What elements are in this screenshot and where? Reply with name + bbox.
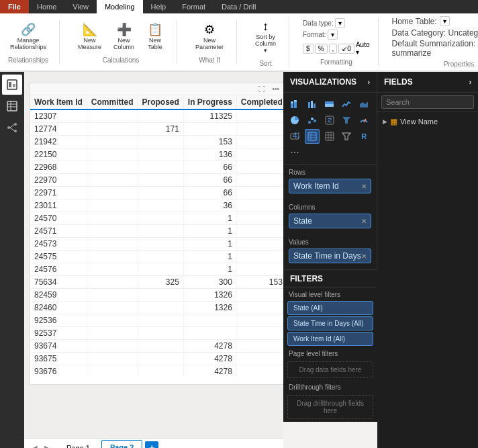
filter-state-time[interactable]: State Time in Days (All) [287,316,373,330]
values-field-badge[interactable]: State Time in Days ✕ [289,249,371,263]
viz-icon-more[interactable]: ··· [287,145,302,160]
data-view-icon[interactable] [2,96,22,116]
table-cell [138,109,183,123]
viz-icon-gauge[interactable] [356,113,371,128]
viz-icon-clustered-bar[interactable] [305,97,320,111]
viz-icon-stacked-col[interactable] [322,97,337,111]
new-parameter-button[interactable]: ⚙ NewParameter [191,20,228,54]
table-row[interactable]: 22150136 [30,148,283,161]
table-row[interactable]: 92537117370 [30,327,283,340]
fields-panel-expand-icon[interactable]: › [469,79,471,86]
rows-field-remove[interactable]: ✕ [361,183,367,190]
tab-home[interactable]: Home [29,0,64,13]
col-header-work-item-id[interactable]: Work Item Id [30,95,87,109]
table-row[interactable]: 936764278802011 [30,365,283,378]
report-view-icon[interactable] [2,75,22,95]
viz-icon-table[interactable] [305,129,320,144]
table-row[interactable]: 75634325300153881128 [30,276,283,289]
format-dropdown[interactable]: ▾ [328,30,338,40]
page-tab-2[interactable]: Page 2 [101,440,142,448]
fields-item-view-name[interactable]: ▶ ▦ View Name [377,115,478,128]
viz-icon-area[interactable] [356,97,371,111]
table-row[interactable]: 936754278802011 [30,353,283,365]
viz-icon-scatter[interactable] [305,113,320,128]
tab-format[interactable]: Format [174,0,213,13]
svg-rect-12 [291,103,293,108]
add-page-button[interactable]: + [145,441,158,449]
fields-search-input[interactable] [381,95,474,109]
columns-field-remove[interactable]: ✕ [361,218,367,225]
model-view-icon[interactable] [2,118,22,138]
more-options-icon[interactable]: ••• [270,85,281,93]
table-row[interactable]: 1230711325877150 [30,109,283,123]
table-row[interactable]: 245711 [30,225,283,238]
col-header-in-progress[interactable]: In Progress [183,95,236,109]
table-visual[interactable]: ⛶ ••• Work Item Id Committed Proposed In… [30,83,283,385]
new-measure-button[interactable]: 📐 NewMeasure [73,20,106,54]
svg-rect-20 [325,104,334,107]
svg-rect-13 [291,101,293,103]
table-cell: 1326 [183,302,236,314]
expand-icon[interactable]: ⛶ [256,85,267,93]
table-cell [138,327,183,340]
manage-relationships-button[interactable]: 🔗 ManageRelationships [5,20,51,54]
viz-icon-line[interactable] [339,97,354,111]
col-header-proposed[interactable]: Proposed [138,95,183,109]
fields-panel-header: FIELDS › [377,72,478,93]
filter-state[interactable]: State (All) [287,301,373,315]
viz-icon-stacked-bar[interactable] [287,97,302,111]
viz-icon-funnel[interactable] [339,113,354,128]
rows-field-badge[interactable]: Work Item Id ✕ [289,179,371,193]
table-row[interactable]: 824601326877150 [30,302,283,314]
table-cell [138,174,183,187]
viz-icon-map[interactable] [322,113,337,128]
viz-icon-pie[interactable] [287,113,302,128]
viz-icon-filter[interactable] [339,129,354,144]
sort-by-column-button[interactable]: ↕ Sort byColumn ▾ [250,17,281,57]
table-row[interactable]: 2297166 [30,187,283,199]
viz-icon-card[interactable]: 42 [287,129,302,144]
table-row[interactable]: 127741711060696 [30,123,283,136]
drag-drillthrough-area[interactable]: Drag drillthrough fields here [287,395,373,419]
decrease-decimal[interactable]: ↙0 [338,44,354,54]
currency-button[interactable]: $ [303,44,314,54]
comma-button[interactable]: , [329,44,338,54]
tab-modeling[interactable]: Modeling [97,0,143,13]
viz-icon-r-script[interactable]: R [356,129,371,144]
table-row[interactable]: 245701 [30,212,283,225]
table-cell: 21942 [30,136,87,148]
viz-panel-expand-icon[interactable]: › [368,79,370,86]
main-layout: ⛶ ••• Work Item Id Committed Proposed In… [0,72,478,448]
filter-work-item-id[interactable]: Work Item Id (All) [287,332,373,346]
tab-file[interactable]: File [0,0,29,13]
table-row[interactable]: 2297066 [30,174,283,187]
tab-help[interactable]: Help [143,0,175,13]
columns-field-badge[interactable]: State ✕ [289,214,371,228]
values-field-remove[interactable]: ✕ [361,253,367,260]
table-row[interactable]: 824591326877150 [30,289,283,302]
drag-fields-area[interactable]: Drag data fields here [287,361,373,378]
tab-view[interactable]: View [64,0,97,13]
col-header-completed[interactable]: Completed [236,95,283,109]
prev-page-arrow[interactable]: ◀ [30,443,40,448]
new-column-button[interactable]: ➕ NewColumn [109,20,139,54]
table-row[interactable]: 245751 [30,251,283,263]
table-row[interactable]: 245731 [30,238,283,251]
table-row[interactable]: 2296866 [30,161,283,174]
table-row[interactable]: 2301136 [30,199,283,212]
next-page-arrow[interactable]: ▶ [42,443,52,448]
table-row[interactable]: 92536117370 [30,314,283,327]
table-row[interactable]: 936744278802011 [30,340,283,353]
new-table-button[interactable]: 📋 NewTable [142,20,169,54]
col-header-committed[interactable]: Committed [87,95,138,109]
table-cell [236,148,283,161]
viz-icon-matrix[interactable] [322,129,337,144]
table-row[interactable]: 21942153 [30,136,283,148]
table-cell [183,327,236,340]
home-table-dropdown[interactable]: ▾ [440,16,450,26]
table-row[interactable]: 245761 [30,263,283,276]
tab-data-drill[interactable]: Data / Drill [213,0,264,13]
page-tab-1[interactable]: Page 1 [58,441,99,449]
data-type-dropdown[interactable]: ▾ [335,18,345,28]
percent-button[interactable]: % [315,44,328,54]
